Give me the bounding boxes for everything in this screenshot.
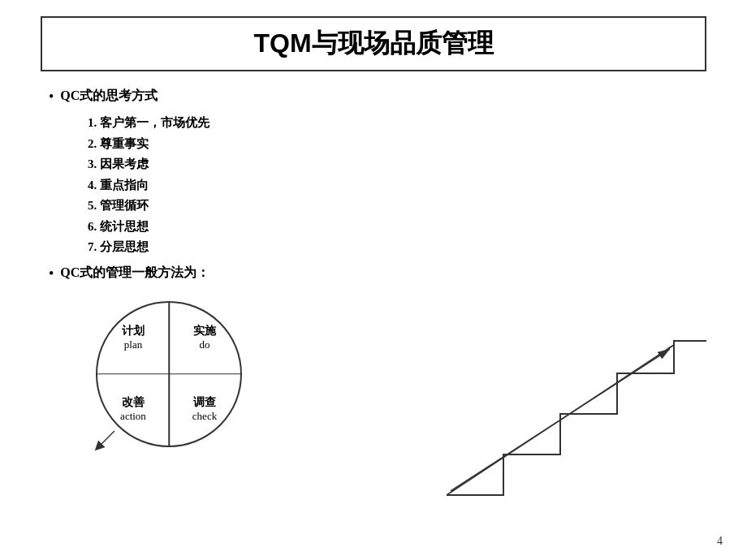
bullet-1-label: QC式的思考方式 xyxy=(60,86,158,106)
quadrant-do: 实施 do xyxy=(169,303,240,374)
sub-item-5: 5. 管理循环 xyxy=(88,196,715,217)
check-zh: 调查 xyxy=(193,395,216,410)
quadrant-plan: 计划 plan xyxy=(97,303,169,374)
bullet-2: • QC式的管理一般方法为： xyxy=(49,263,715,285)
bullet-dot-1: • xyxy=(49,86,54,108)
page-number: 4 xyxy=(717,535,723,548)
plan-zh: 计划 xyxy=(122,324,145,338)
sub-item-6: 6. 统计思想 xyxy=(88,217,715,238)
slide: TQM与现场品质管理 • QC式的思考方式 1. 客户第一，市场优先 2. 尊重… xyxy=(0,0,747,560)
title-box: TQM与现场品质管理 xyxy=(41,16,706,71)
staircase-svg xyxy=(438,317,715,511)
do-en: do xyxy=(200,338,210,352)
sub-item-1: 1. 客户第一，市场优先 xyxy=(88,113,715,134)
action-en: action xyxy=(120,410,146,424)
svg-line-3 xyxy=(451,349,670,491)
sub-list-1: 1. 客户第一，市场优先 2. 尊重事实 3. 因果考虑 4. 重点指向 5. … xyxy=(49,113,715,258)
slide-title: TQM与现场品质管理 xyxy=(253,28,493,58)
sub-item-4: 4. 重点指向 xyxy=(88,175,715,196)
sub-item-3: 3. 因果考虑 xyxy=(88,154,715,175)
staircase-area xyxy=(438,317,715,511)
quadrant-check: 调查 check xyxy=(169,374,240,446)
pdca-container: 计划 plan 实施 do 改善 action 调查 xyxy=(88,293,250,455)
plan-en: plan xyxy=(124,338,142,352)
pdca-circle: 计划 plan 实施 do 改善 action 调查 xyxy=(96,301,242,447)
arrow-icon xyxy=(94,427,119,451)
bullet-2-label: QC式的管理一般方法为： xyxy=(60,263,209,282)
action-zh: 改善 xyxy=(122,395,145,410)
bullet-dot-2: • xyxy=(49,263,54,285)
check-en: check xyxy=(192,410,217,424)
sub-item-2: 2. 尊重事实 xyxy=(88,134,715,155)
sub-item-7: 7. 分层思想 xyxy=(88,237,715,258)
bullet-1: • QC式的思考方式 xyxy=(49,86,715,108)
do-zh: 实施 xyxy=(193,324,216,338)
